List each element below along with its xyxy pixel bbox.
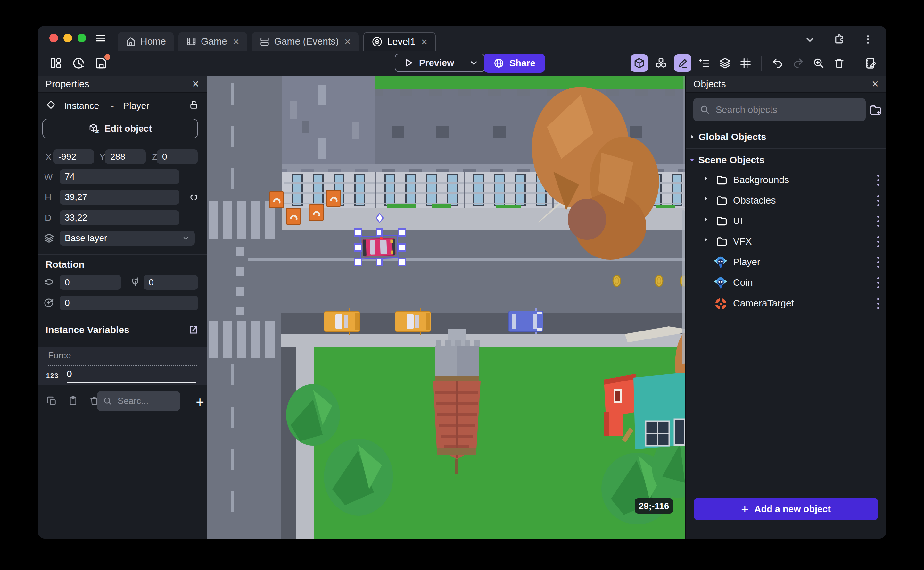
variable-value[interactable]: 0 — [67, 368, 72, 379]
w-field[interactable] — [60, 169, 179, 184]
tab-close-icon[interactable]: × — [344, 36, 351, 47]
folder-name: Obstacles — [733, 195, 776, 206]
tab-label: Game — [201, 36, 227, 47]
kebab-menu-icon[interactable] — [876, 297, 880, 310]
undo-icon[interactable] — [770, 56, 785, 70]
tree[interactable] — [324, 438, 393, 515]
rotation-x-field[interactable] — [60, 275, 121, 290]
history-icon[interactable] — [72, 57, 85, 70]
layer-value: Base layer — [65, 233, 107, 243]
kebab-menu-icon[interactable] — [876, 235, 880, 248]
tab-close-icon[interactable]: × — [421, 36, 428, 47]
variables-search[interactable] — [97, 391, 180, 411]
edit-object-button[interactable]: 3D Edit object — [42, 119, 198, 138]
folder-row-ui[interactable]: UI — [686, 211, 886, 231]
paste-icon[interactable] — [68, 395, 78, 406]
y-label: Y — [99, 152, 105, 162]
blue-car-instance[interactable] — [509, 308, 543, 334]
caret-right-icon[interactable] — [704, 237, 709, 242]
preview-options-button[interactable] — [463, 54, 484, 72]
variable-row-force[interactable]: Force 123 0 — [38, 346, 207, 385]
z-field[interactable] — [157, 149, 198, 164]
edit-icon[interactable] — [674, 55, 691, 72]
tab-level1[interactable]: Level1 × — [363, 32, 436, 51]
rotation-y-field[interactable] — [144, 275, 198, 290]
tab-game[interactable]: Game × — [179, 32, 247, 51]
chevron-down-icon[interactable] — [804, 34, 816, 45]
tab-game-events[interactable]: Game (Events) × — [252, 32, 359, 51]
kebab-menu-icon[interactable] — [876, 194, 880, 207]
tab-label: Home — [141, 36, 166, 47]
folder-row-obstacles[interactable]: Obstacles — [686, 190, 886, 211]
selected-player-instance[interactable] — [360, 235, 398, 259]
extensions-icon[interactable] — [833, 33, 845, 46]
add-folder-icon[interactable] — [869, 103, 882, 117]
scene-objects-group[interactable]: Scene Objects — [686, 152, 886, 168]
kebab-menu-icon[interactable] — [876, 276, 880, 289]
instances-list-icon[interactable] — [697, 56, 712, 70]
kebab-menu-icon[interactable] — [876, 215, 880, 228]
preview-button[interactable]: Preview — [396, 54, 463, 72]
folder-row-vfx[interactable]: VFX — [686, 231, 886, 252]
redo-icon[interactable] — [791, 56, 805, 70]
add-variable-button[interactable]: + — [196, 395, 204, 409]
close-window-button[interactable] — [49, 34, 58, 42]
rotation-z-field[interactable] — [60, 296, 198, 310]
external-link-icon[interactable] — [188, 325, 199, 336]
folder-icon — [716, 235, 728, 248]
caret-right-icon[interactable] — [704, 196, 709, 201]
h-field[interactable] — [60, 190, 179, 205]
object-row-cameratarget[interactable]: CameraTarget — [686, 293, 886, 314]
trash-icon[interactable] — [832, 56, 846, 70]
brick-tower[interactable] — [433, 329, 481, 475]
view-3d-icon[interactable] — [631, 55, 648, 72]
variable-name: Force — [48, 350, 71, 361]
unlock-icon[interactable] — [189, 100, 199, 110]
scene-editor-canvas[interactable]: 29;-116 — [207, 76, 685, 539]
object-row-coin[interactable]: Coin — [686, 273, 886, 293]
close-icon[interactable]: × — [192, 78, 199, 90]
copy-icon[interactable] — [46, 395, 57, 406]
objects-search[interactable] — [693, 98, 866, 121]
y-field[interactable] — [105, 149, 146, 164]
taxi-instance[interactable] — [395, 308, 431, 335]
tab-close-icon[interactable]: × — [233, 36, 239, 47]
caret-right-icon[interactable] — [704, 217, 709, 222]
kebab-menu-icon[interactable] — [876, 256, 880, 269]
folder-row-backgrounds[interactable]: Backgrounds — [686, 170, 886, 190]
grid-icon[interactable] — [738, 56, 753, 70]
sprite-3d-icon — [713, 255, 728, 270]
d-field[interactable] — [60, 210, 179, 225]
tab-home[interactable]: Home — [118, 32, 174, 51]
taxi-instance[interactable] — [324, 308, 360, 335]
w-label: W — [44, 172, 52, 182]
sprite-3d-icon — [713, 275, 728, 290]
objects-search-input[interactable] — [715, 104, 838, 115]
kebab-menu-icon[interactable] — [863, 34, 874, 45]
link-dimensions-icon[interactable] — [189, 191, 199, 203]
tree[interactable] — [286, 384, 340, 446]
layers-icon[interactable] — [718, 56, 732, 70]
objects-icon[interactable] — [654, 56, 668, 70]
minimize-window-button[interactable] — [63, 34, 72, 42]
global-objects-group[interactable]: Global Objects — [686, 129, 886, 145]
scene-scrollbar[interactable] — [682, 210, 685, 364]
scene-properties-icon[interactable] — [864, 56, 878, 70]
caret-right-icon[interactable] — [704, 176, 709, 181]
share-button[interactable]: Share — [484, 54, 545, 73]
panels-icon[interactable] — [49, 57, 62, 70]
close-icon[interactable]: × — [872, 78, 878, 90]
save-icon[interactable] — [95, 57, 108, 70]
zoom-in-icon[interactable] — [811, 56, 826, 70]
object-row-player[interactable]: Player — [686, 252, 886, 273]
variables-search-input[interactable] — [117, 395, 166, 406]
add-new-object-button[interactable]: + Add a new object — [694, 498, 878, 520]
kebab-menu-icon[interactable] — [876, 174, 880, 187]
maximize-window-button[interactable] — [78, 34, 86, 42]
grass-top — [375, 76, 685, 89]
z-label: Z — [152, 152, 157, 162]
layer-select[interactable]: Base layer — [60, 231, 195, 245]
hamburger-menu-icon[interactable] — [94, 32, 107, 44]
globe-icon — [493, 58, 504, 69]
x-field[interactable] — [53, 149, 94, 164]
